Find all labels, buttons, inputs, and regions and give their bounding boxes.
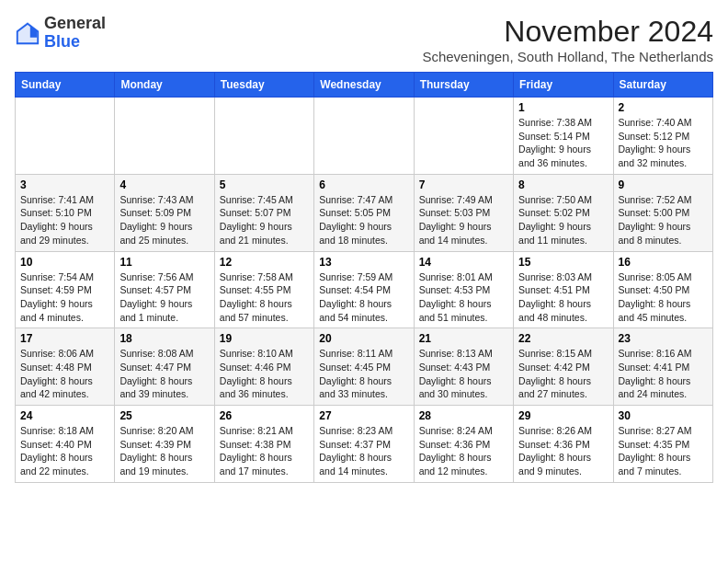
col-sunday: Sunday bbox=[16, 73, 115, 98]
table-row: 13 Sunrise: 7:59 AMSunset: 4:54 PMDaylig… bbox=[314, 251, 414, 328]
table-row: 5 Sunrise: 7:45 AMSunset: 5:07 PMDayligh… bbox=[214, 174, 313, 251]
day-info: Sunrise: 7:40 AMSunset: 5:12 PMDaylight:… bbox=[619, 116, 708, 170]
header: General Blue November 2024 Scheveningen,… bbox=[15, 15, 713, 64]
table-row: 26 Sunrise: 8:21 AMSunset: 4:38 PMDaylig… bbox=[214, 406, 313, 483]
day-info: Sunrise: 7:54 AMSunset: 4:59 PMDaylight:… bbox=[20, 270, 109, 325]
day-number: 3 bbox=[20, 178, 109, 191]
day-number: 24 bbox=[20, 409, 109, 422]
day-info: Sunrise: 8:24 AMSunset: 4:36 PMDaylight:… bbox=[419, 424, 508, 478]
day-number: 18 bbox=[119, 332, 209, 345]
calendar-header-row: Sunday Monday Tuesday Wednesday Thursday… bbox=[16, 73, 713, 98]
calendar: Sunday Monday Tuesday Wednesday Thursday… bbox=[15, 72, 713, 483]
title-section: November 2024 Scheveningen, South Hollan… bbox=[422, 15, 713, 64]
table-row: 7 Sunrise: 7:49 AMSunset: 5:03 PMDayligh… bbox=[414, 174, 513, 251]
table-row: 1 Sunrise: 7:38 AMSunset: 5:14 PMDayligh… bbox=[514, 98, 613, 175]
day-info: Sunrise: 8:26 AMSunset: 4:36 PMDaylight:… bbox=[518, 424, 608, 478]
day-number: 11 bbox=[119, 256, 209, 269]
logo: General Blue bbox=[15, 15, 106, 52]
day-info: Sunrise: 8:23 AMSunset: 4:37 PMDaylight:… bbox=[319, 424, 408, 478]
table-row: 9 Sunrise: 7:52 AMSunset: 5:00 PMDayligh… bbox=[613, 174, 712, 251]
day-info: Sunrise: 8:21 AMSunset: 4:38 PMDaylight:… bbox=[220, 424, 309, 478]
day-info: Sunrise: 7:41 AMSunset: 5:10 PMDaylight:… bbox=[20, 193, 109, 247]
day-info: Sunrise: 7:50 AMSunset: 5:02 PMDaylight:… bbox=[518, 193, 608, 247]
table-row bbox=[115, 98, 214, 175]
day-info: Sunrise: 7:47 AMSunset: 5:05 PMDaylight:… bbox=[319, 193, 408, 247]
day-number: 5 bbox=[220, 178, 309, 191]
day-number: 12 bbox=[220, 256, 309, 269]
table-row: 27 Sunrise: 8:23 AMSunset: 4:37 PMDaylig… bbox=[314, 406, 414, 483]
location-title: Scheveningen, South Holland, The Netherl… bbox=[422, 49, 713, 64]
table-row: 18 Sunrise: 8:08 AMSunset: 4:47 PMDaylig… bbox=[115, 328, 214, 406]
day-number: 22 bbox=[518, 332, 608, 345]
day-number: 25 bbox=[119, 409, 209, 422]
day-info: Sunrise: 7:52 AMSunset: 5:00 PMDaylight:… bbox=[619, 193, 708, 247]
day-info: Sunrise: 8:16 AMSunset: 4:41 PMDaylight:… bbox=[619, 347, 708, 401]
day-info: Sunrise: 7:38 AMSunset: 5:14 PMDaylight:… bbox=[518, 116, 608, 170]
table-row: 29 Sunrise: 8:26 AMSunset: 4:36 PMDaylig… bbox=[514, 406, 613, 483]
logo-text: General Blue bbox=[44, 15, 106, 52]
day-number: 4 bbox=[119, 178, 209, 191]
table-row bbox=[414, 98, 513, 175]
day-number: 26 bbox=[220, 409, 309, 422]
table-row: 6 Sunrise: 7:47 AMSunset: 5:05 PMDayligh… bbox=[314, 174, 414, 251]
col-monday: Monday bbox=[115, 73, 214, 98]
day-number: 17 bbox=[20, 332, 109, 345]
day-info: Sunrise: 7:58 AMSunset: 4:55 PMDaylight:… bbox=[220, 270, 309, 325]
table-row: 8 Sunrise: 7:50 AMSunset: 5:02 PMDayligh… bbox=[514, 174, 613, 251]
table-row: 17 Sunrise: 8:06 AMSunset: 4:48 PMDaylig… bbox=[16, 328, 115, 406]
table-row: 4 Sunrise: 7:43 AMSunset: 5:09 PMDayligh… bbox=[115, 174, 214, 251]
day-info: Sunrise: 8:20 AMSunset: 4:39 PMDaylight:… bbox=[119, 424, 209, 478]
day-info: Sunrise: 8:13 AMSunset: 4:43 PMDaylight:… bbox=[419, 347, 508, 401]
day-info: Sunrise: 7:45 AMSunset: 5:07 PMDaylight:… bbox=[220, 193, 309, 247]
day-number: 6 bbox=[319, 178, 408, 191]
col-friday: Friday bbox=[514, 73, 613, 98]
day-number: 21 bbox=[419, 332, 508, 345]
calendar-week-row: 17 Sunrise: 8:06 AMSunset: 4:48 PMDaylig… bbox=[16, 328, 713, 406]
day-info: Sunrise: 8:05 AMSunset: 4:50 PMDaylight:… bbox=[619, 270, 708, 325]
table-row: 12 Sunrise: 7:58 AMSunset: 4:55 PMDaylig… bbox=[214, 251, 313, 328]
day-info: Sunrise: 8:10 AMSunset: 4:46 PMDaylight:… bbox=[220, 347, 309, 401]
table-row bbox=[16, 98, 115, 175]
day-info: Sunrise: 8:11 AMSunset: 4:45 PMDaylight:… bbox=[319, 347, 408, 401]
table-row: 25 Sunrise: 8:20 AMSunset: 4:39 PMDaylig… bbox=[115, 406, 214, 483]
table-row: 30 Sunrise: 8:27 AMSunset: 4:35 PMDaylig… bbox=[613, 406, 712, 483]
day-number: 14 bbox=[419, 256, 508, 269]
day-number: 30 bbox=[619, 409, 708, 422]
day-number: 27 bbox=[319, 409, 408, 422]
table-row: 3 Sunrise: 7:41 AMSunset: 5:10 PMDayligh… bbox=[16, 174, 115, 251]
day-info: Sunrise: 8:01 AMSunset: 4:53 PMDaylight:… bbox=[419, 270, 508, 325]
table-row: 23 Sunrise: 8:16 AMSunset: 4:41 PMDaylig… bbox=[613, 328, 712, 406]
day-number: 1 bbox=[518, 101, 608, 114]
day-number: 28 bbox=[419, 409, 508, 422]
table-row: 21 Sunrise: 8:13 AMSunset: 4:43 PMDaylig… bbox=[414, 328, 513, 406]
table-row: 16 Sunrise: 8:05 AMSunset: 4:50 PMDaylig… bbox=[613, 251, 712, 328]
calendar-week-row: 1 Sunrise: 7:38 AMSunset: 5:14 PMDayligh… bbox=[16, 98, 713, 175]
table-row: 15 Sunrise: 8:03 AMSunset: 4:51 PMDaylig… bbox=[514, 251, 613, 328]
table-row: 19 Sunrise: 8:10 AMSunset: 4:46 PMDaylig… bbox=[214, 328, 313, 406]
day-info: Sunrise: 7:49 AMSunset: 5:03 PMDaylight:… bbox=[419, 193, 508, 247]
table-row: 2 Sunrise: 7:40 AMSunset: 5:12 PMDayligh… bbox=[613, 98, 712, 175]
day-number: 19 bbox=[220, 332, 309, 345]
day-info: Sunrise: 7:56 AMSunset: 4:57 PMDaylight:… bbox=[119, 270, 209, 325]
table-row: 24 Sunrise: 8:18 AMSunset: 4:40 PMDaylig… bbox=[16, 406, 115, 483]
table-row: 14 Sunrise: 8:01 AMSunset: 4:53 PMDaylig… bbox=[414, 251, 513, 328]
month-title: November 2024 bbox=[422, 15, 713, 49]
col-wednesday: Wednesday bbox=[314, 73, 414, 98]
col-thursday: Thursday bbox=[414, 73, 513, 98]
day-number: 23 bbox=[619, 332, 708, 345]
col-saturday: Saturday bbox=[613, 73, 712, 98]
day-info: Sunrise: 8:06 AMSunset: 4:48 PMDaylight:… bbox=[20, 347, 109, 401]
table-row: 20 Sunrise: 8:11 AMSunset: 4:45 PMDaylig… bbox=[314, 328, 414, 406]
day-info: Sunrise: 7:59 AMSunset: 4:54 PMDaylight:… bbox=[319, 270, 408, 325]
day-info: Sunrise: 8:15 AMSunset: 4:42 PMDaylight:… bbox=[518, 347, 608, 401]
day-info: Sunrise: 8:08 AMSunset: 4:47 PMDaylight:… bbox=[119, 347, 209, 401]
table-row bbox=[314, 98, 414, 175]
calendar-week-row: 24 Sunrise: 8:18 AMSunset: 4:40 PMDaylig… bbox=[16, 406, 713, 483]
table-row: 10 Sunrise: 7:54 AMSunset: 4:59 PMDaylig… bbox=[16, 251, 115, 328]
day-number: 29 bbox=[518, 409, 608, 422]
day-info: Sunrise: 8:27 AMSunset: 4:35 PMDaylight:… bbox=[619, 424, 708, 478]
day-number: 16 bbox=[619, 256, 708, 269]
table-row: 22 Sunrise: 8:15 AMSunset: 4:42 PMDaylig… bbox=[514, 328, 613, 406]
day-number: 20 bbox=[319, 332, 408, 345]
calendar-week-row: 10 Sunrise: 7:54 AMSunset: 4:59 PMDaylig… bbox=[16, 251, 713, 328]
